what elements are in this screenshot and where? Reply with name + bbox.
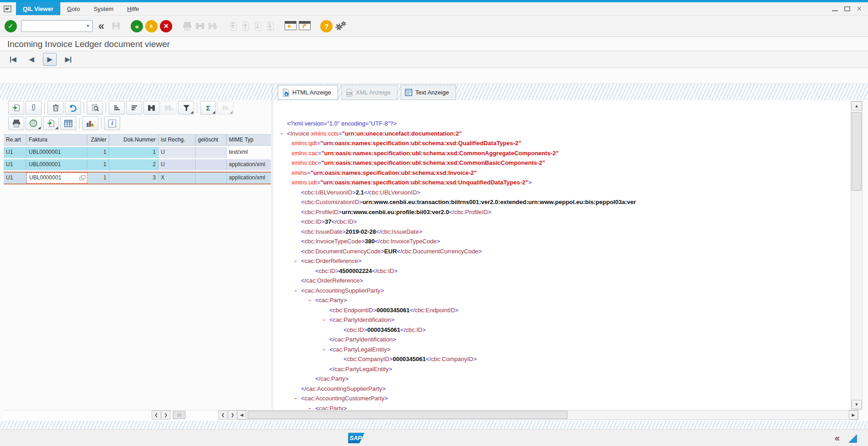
chevron-down-icon[interactable]: ▼ bbox=[84, 24, 92, 28]
column-header-mime-typ[interactable]: MIME Typ bbox=[227, 134, 271, 146]
info-button[interactable]: i bbox=[104, 116, 120, 130]
scroll-thumb[interactable] bbox=[173, 411, 185, 419]
dropdown-corner-icon[interactable] bbox=[38, 126, 41, 129]
collapse-node-icon[interactable]: - bbox=[309, 295, 311, 305]
tab-text-anzeige[interactable]: Text Anzeige bbox=[401, 85, 456, 100]
dropdown-corner-icon[interactable] bbox=[212, 111, 215, 114]
command-input[interactable] bbox=[21, 21, 84, 31]
table-cell[interactable]: application/xml bbox=[227, 173, 271, 184]
sort-descending-button[interactable] bbox=[126, 101, 142, 115]
panel-splitter[interactable] bbox=[272, 84, 272, 409]
table-row[interactable]: U1UBL000000112Uapplication/xml bbox=[4, 159, 271, 170]
column-header-zähler[interactable]: Zähler bbox=[87, 134, 109, 146]
system-menu-icon[interactable] bbox=[4, 5, 11, 12]
xml-scroll-right-button[interactable]: ▶ bbox=[849, 410, 858, 420]
collapse-node-icon[interactable]: - bbox=[309, 404, 311, 410]
print-button[interactable] bbox=[8, 116, 24, 130]
table-cell[interactable]: X bbox=[159, 173, 196, 184]
scroll-down-button[interactable]: ▼ bbox=[852, 400, 862, 409]
table-cell[interactable]: application/xml bbox=[227, 159, 271, 170]
find-button[interactable] bbox=[143, 101, 159, 115]
collapse-node-icon[interactable]: - bbox=[323, 315, 325, 325]
table-cell[interactable]: 3 bbox=[109, 173, 159, 184]
dropdown-corner-icon[interactable] bbox=[55, 126, 58, 129]
print-preview-button[interactable] bbox=[26, 116, 42, 130]
dropdown-corner-icon[interactable] bbox=[230, 111, 233, 114]
collapse-field-button[interactable]: « bbox=[96, 21, 109, 31]
table-cell[interactable]: 1 bbox=[87, 159, 109, 170]
copy-export-button[interactable] bbox=[8, 101, 24, 115]
copy-values-icon[interactable] bbox=[79, 175, 85, 181]
enter-button[interactable]: ✓ bbox=[5, 20, 17, 32]
sum-button[interactable]: Σ bbox=[200, 101, 216, 115]
next-record-button[interactable]: ▶ bbox=[43, 53, 57, 66]
delete-button[interactable] bbox=[48, 101, 64, 115]
scroll-right-button2[interactable]: ❯ bbox=[228, 410, 237, 420]
table-cell[interactable]: U1 bbox=[4, 159, 26, 170]
collapse-node-icon[interactable]: - bbox=[295, 394, 296, 404]
column-header-gelöscht[interactable]: gelöscht bbox=[196, 134, 227, 146]
menu-item-system[interactable]: System bbox=[87, 2, 120, 15]
table-row[interactable]: U1UBL000000111Utext/xml bbox=[4, 147, 271, 158]
table-cell[interactable]: UBL0000001 bbox=[26, 173, 87, 184]
help-button[interactable]: ? bbox=[320, 20, 333, 32]
cancel-button[interactable]: × bbox=[160, 20, 172, 32]
table-cell[interactable] bbox=[196, 173, 227, 184]
new-session-button[interactable]: ★ bbox=[285, 21, 296, 31]
export-button[interactable] bbox=[43, 116, 59, 130]
undo-button[interactable] bbox=[65, 101, 81, 115]
table-cell[interactable]: U bbox=[159, 147, 196, 158]
scroll-left-button[interactable]: ❮ bbox=[152, 410, 161, 420]
table-cell[interactable]: U1 bbox=[4, 147, 26, 158]
table-row[interactable]: U1UBL000000113Xapplication/xml bbox=[4, 172, 271, 184]
scroll-up-button[interactable]: ▲ bbox=[852, 101, 862, 110]
display-details-button[interactable] bbox=[87, 101, 103, 115]
collapse-node-icon[interactable]: - bbox=[295, 256, 296, 266]
dropdown-corner-icon[interactable] bbox=[191, 111, 193, 114]
column-header-ist-rechg-[interactable]: ist Rechg. bbox=[159, 134, 196, 146]
previous-record-button[interactable]: ◀ bbox=[25, 53, 38, 66]
minimize-button[interactable] bbox=[832, 10, 838, 11]
create-shortcut-button[interactable]: ↱ bbox=[299, 21, 311, 31]
graphic-button[interactable] bbox=[82, 116, 98, 130]
table-cell[interactable] bbox=[196, 147, 227, 158]
vscroll-thumb[interactable] bbox=[852, 112, 862, 191]
scroll-left-button2[interactable]: ❮ bbox=[218, 410, 228, 420]
command-field[interactable]: ▼ bbox=[21, 20, 93, 32]
column-header-faktura[interactable]: Faktura bbox=[26, 134, 87, 146]
attachment-button[interactable] bbox=[26, 101, 42, 115]
column-header-dok-nummer[interactable]: Dok.Nummer bbox=[109, 134, 159, 146]
sort-ascending-button[interactable] bbox=[109, 101, 125, 115]
collapse-node-icon[interactable]: - bbox=[281, 129, 282, 139]
xml-hscroll-thumb[interactable] bbox=[248, 411, 567, 419]
close-button[interactable]: × bbox=[857, 5, 862, 13]
menu-item-hilfe[interactable]: Hilfe bbox=[120, 2, 146, 15]
table-cell[interactable]: U1 bbox=[4, 173, 26, 184]
last-record-button[interactable]: ▶ bbox=[61, 53, 75, 66]
first-record-button[interactable]: ◀ bbox=[6, 53, 20, 66]
collapse-node-icon[interactable]: - bbox=[323, 345, 325, 355]
exit-button[interactable]: « bbox=[145, 20, 158, 32]
xml-scroll-left-button[interactable]: ◀ bbox=[237, 410, 246, 420]
tab-html-anzeige[interactable]: eHTML Anzeige bbox=[278, 85, 338, 100]
table-cell[interactable]: 1 bbox=[109, 147, 159, 158]
menu-item-qil-viewer[interactable]: QIL Viewer bbox=[16, 2, 60, 15]
table-cell[interactable]: UBL0000001 bbox=[26, 159, 87, 170]
scroll-right-button[interactable]: ❯ bbox=[161, 410, 170, 420]
menu-item-goto[interactable]: Goto bbox=[60, 2, 87, 15]
collapse-node-icon[interactable]: - bbox=[295, 286, 296, 296]
collapse-chevrons-icon[interactable]: « bbox=[835, 433, 840, 442]
table-cell[interactable]: 1 bbox=[87, 147, 109, 158]
filter-button[interactable] bbox=[178, 101, 194, 115]
customize-button[interactable] bbox=[335, 21, 347, 31]
choose-layout-button[interactable] bbox=[60, 116, 76, 130]
column-header-re-art[interactable]: Re.art bbox=[4, 134, 26, 146]
table-cell[interactable]: U bbox=[159, 159, 196, 170]
table-cell[interactable]: UBL0000001 bbox=[26, 147, 87, 158]
resize-grip-icon[interactable] bbox=[848, 434, 857, 443]
table-cell[interactable]: text/xml bbox=[227, 147, 271, 158]
table-cell[interactable]: 2 bbox=[109, 159, 159, 170]
back-button[interactable]: « bbox=[131, 20, 143, 32]
maximize-button[interactable] bbox=[844, 6, 850, 11]
table-cell[interactable] bbox=[196, 159, 227, 170]
